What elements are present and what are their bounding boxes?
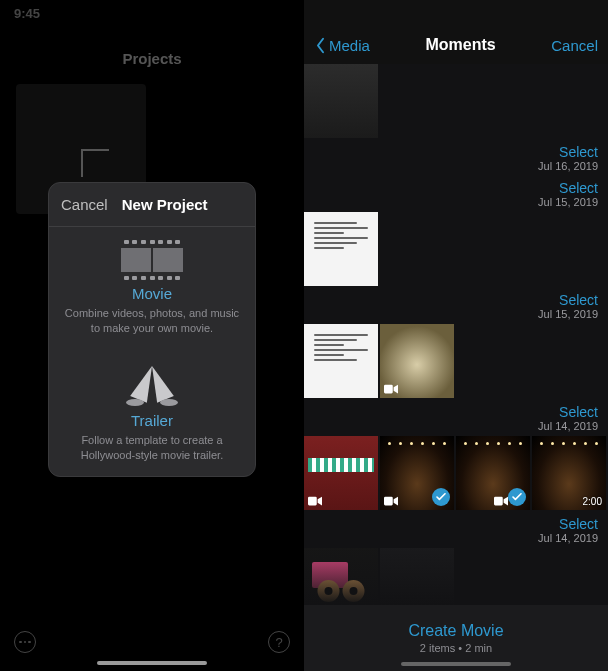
svg-rect-2 — [384, 497, 393, 506]
thumb-row: 2:00 — [304, 436, 608, 512]
thumb-row — [304, 324, 608, 400]
trailer-option[interactable]: Trailer Follow a template to create a Ho… — [49, 350, 255, 477]
media-thumb[interactable] — [304, 324, 378, 398]
svg-rect-3 — [494, 497, 503, 506]
moments-screen: Media Moments Cancel Select Jul 16, 2019… — [304, 0, 608, 671]
selected-check-icon — [508, 488, 526, 506]
back-label: Media — [329, 37, 370, 54]
chevron-left-icon — [314, 37, 327, 54]
cancel-button[interactable]: Cancel — [551, 37, 598, 54]
moments-header: Media Moments Cancel — [304, 0, 608, 64]
section-date: Jul 14, 2019 — [538, 420, 598, 432]
media-thumb[interactable]: 2:00 — [532, 436, 606, 510]
video-icon — [384, 384, 398, 394]
thumb-row — [304, 64, 608, 140]
section-header: Select Jul 15, 2019 — [304, 288, 608, 324]
section-date: Jul 14, 2019 — [538, 532, 598, 544]
help-button[interactable]: ? — [268, 631, 290, 653]
section-select-button[interactable]: Select — [559, 144, 598, 160]
modal-title: New Project — [122, 196, 208, 213]
movie-option-title: Movie — [63, 285, 241, 302]
document-icon — [314, 334, 368, 388]
home-indicator — [97, 661, 207, 665]
video-icon — [384, 496, 398, 506]
section-date: Jul 15, 2019 — [538, 308, 598, 320]
spotlights-icon — [122, 362, 182, 408]
selected-check-icon — [432, 488, 450, 506]
section-header: Select Jul 14, 2019 — [304, 512, 608, 548]
document-icon — [314, 222, 368, 276]
section-header: Select Jul 16, 2019 — [304, 140, 608, 176]
section-select-button[interactable]: Select — [559, 180, 598, 196]
media-thumb[interactable] — [304, 212, 378, 286]
video-icon — [494, 496, 508, 506]
media-thumb[interactable] — [456, 436, 530, 510]
media-thumb[interactable] — [304, 436, 378, 510]
media-thumb[interactable] — [304, 548, 378, 605]
thumb-row — [304, 212, 608, 288]
section-select-button[interactable]: Select — [559, 292, 598, 308]
section-select-button[interactable]: Select — [559, 516, 598, 532]
trailer-option-desc: Follow a template to create a Hollywood-… — [63, 433, 241, 463]
section-date: Jul 16, 2019 — [538, 160, 598, 172]
moments-list[interactable]: Select Jul 16, 2019 Select Jul 15, 2019 … — [304, 64, 608, 605]
modal-header: Cancel New Project — [49, 183, 255, 227]
media-thumb[interactable] — [380, 324, 454, 398]
video-icon — [308, 496, 322, 506]
section-header: Select Jul 14, 2019 — [304, 400, 608, 436]
projects-heading: Projects — [0, 50, 304, 67]
svg-rect-1 — [308, 497, 317, 506]
more-button[interactable] — [14, 631, 36, 653]
trailer-option-title: Trailer — [63, 412, 241, 429]
projects-screen: 9:45 Projects Cancel New Project Movie C… — [0, 0, 304, 671]
help-icon: ? — [275, 635, 282, 650]
media-thumb[interactable] — [380, 436, 454, 510]
status-time: 9:45 — [14, 6, 40, 21]
thumb-row — [304, 548, 608, 605]
home-indicator — [401, 662, 511, 666]
section-header: Select Jul 15, 2019 — [304, 176, 608, 212]
new-project-modal: Cancel New Project Movie Combine videos,… — [48, 182, 256, 477]
create-movie-footer: Create Movie 2 items • 2 min — [304, 605, 608, 671]
svg-rect-0 — [384, 385, 393, 394]
section-select-button[interactable]: Select — [559, 404, 598, 420]
filmstrip-icon — [120, 239, 184, 281]
movie-option[interactable]: Movie Combine videos, photos, and music … — [49, 227, 255, 350]
create-movie-button[interactable]: Create Movie — [408, 622, 503, 640]
create-movie-subtitle: 2 items • 2 min — [420, 642, 492, 654]
movie-option-desc: Combine videos, photos, and music to mak… — [63, 306, 241, 336]
moments-title: Moments — [425, 36, 495, 54]
modal-cancel-button[interactable]: Cancel — [61, 196, 108, 213]
media-thumb[interactable] — [304, 64, 378, 138]
video-duration: 2:00 — [583, 496, 602, 507]
back-button[interactable]: Media — [314, 37, 370, 54]
media-thumb[interactable] — [380, 548, 454, 605]
section-date: Jul 15, 2019 — [538, 196, 598, 208]
donut-icon — [318, 580, 365, 602]
